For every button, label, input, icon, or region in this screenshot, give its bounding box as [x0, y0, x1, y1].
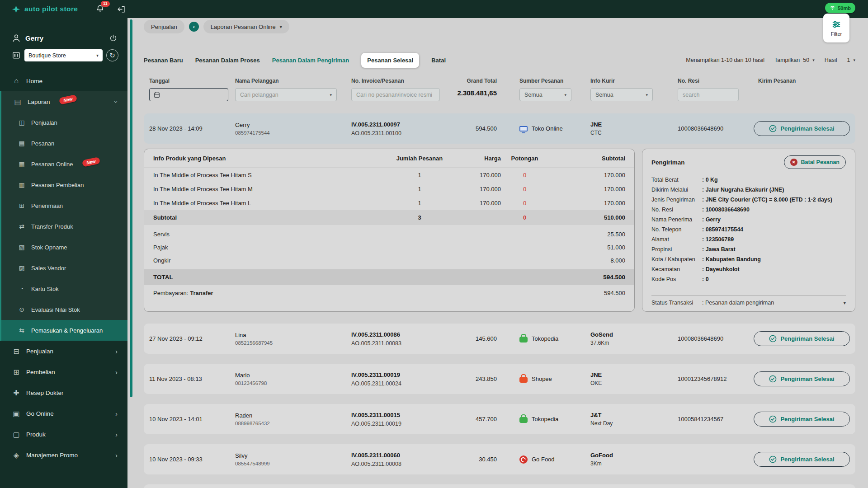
- customer-phone: 0852156687945: [235, 340, 346, 346]
- info-kurir-label: Info Kurir: [590, 77, 658, 84]
- refresh-icon: ↻: [109, 52, 115, 60]
- sidebar-subitem[interactable]: ▧ Stok Opname: [1, 237, 127, 258]
- new-badge: New: [81, 157, 100, 167]
- filter-label: Filter: [831, 31, 842, 37]
- tab[interactable]: Pesanan Baru: [144, 57, 183, 64]
- products-rows: In The Middle of Process Tee Hitam S 1 1…: [144, 168, 634, 210]
- status-transaksi-select[interactable]: Status Transaksi Pesanan dalam pengirima…: [651, 296, 846, 306]
- customer-name: Lina: [235, 332, 346, 338]
- chevron-right-icon: ›: [115, 452, 118, 459]
- logout-icon[interactable]: [117, 5, 126, 14]
- resep-dokter-icon: ✚: [12, 389, 21, 397]
- sidebar-subitem[interactable]: ▨ Sales Vendor: [1, 258, 127, 278]
- order-row[interactable]: 10 Nov 2023 - 14:01 Raden 088998765432 I…: [144, 404, 855, 434]
- sidebar-item[interactable]: ▢ Produk ›: [0, 424, 127, 445]
- tokopedia-icon: [519, 337, 528, 343]
- sidebar-item[interactable]: ▣ Go Online ›: [0, 403, 127, 424]
- breadcrumb-laporan-pesanan-online[interactable]: Laporan Pesanan Online ▾: [203, 20, 289, 33]
- tab[interactable]: Batal: [431, 57, 446, 64]
- order-row[interactable]: 10 Nov 2023 - 09:33 Silvy 085547548999 I…: [144, 444, 855, 474]
- sidebar-subitem[interactable]: ⇆ Pemasukan & Pengeluaran: [1, 320, 127, 341]
- order-row-partial: [144, 484, 855, 488]
- results-bar: Menampilkan 1-10 dari 10 hasil Tampilkan…: [686, 57, 855, 63]
- date-input[interactable]: [149, 88, 228, 101]
- shipping-field-value: Jawa Barat: [702, 244, 736, 254]
- sidebar-subitem[interactable]: ⊙ Evaluasi Nilai Stok: [1, 299, 127, 320]
- total-value: 594.500: [548, 274, 625, 281]
- sidebar-laporan-submenu: ◫ Penjualan ▤ Pesanan ▦ Pesanan Online N: [1, 112, 127, 341]
- grand-total-value: 2.308.481,65: [457, 89, 497, 97]
- sidebar-item-home[interactable]: ⌂ Home: [0, 70, 127, 91]
- sidebar-item-label: Go Online: [26, 410, 54, 417]
- resi-search-input[interactable]: [678, 88, 739, 101]
- breadcrumb-penjualan[interactable]: Penjualan: [144, 20, 184, 33]
- sidebar-subitem[interactable]: ▥ Pesanan Pembelian: [1, 174, 127, 195]
- pengiriman-selesai-button[interactable]: Pengiriman Selesai: [754, 412, 850, 427]
- sidebar-item[interactable]: ✚ Resep Dokter: [0, 382, 127, 403]
- pengiriman-selesai-button[interactable]: Pengiriman Selesai: [754, 371, 850, 386]
- customer-phone: 08123456798: [235, 380, 346, 386]
- tracking-number: 100012345678912: [658, 375, 748, 382]
- breadcrumb-arrow-icon: ›: [189, 22, 199, 32]
- tab[interactable]: Pesanan Selesai: [361, 53, 419, 68]
- courier-select[interactable]: Semua ▾: [590, 88, 653, 101]
- batal-pesanan-button[interactable]: ✕ Batal Pesanan: [784, 155, 846, 169]
- customer-select[interactable]: Cari pelanggan ▾: [235, 88, 337, 101]
- sidebar-subitem[interactable]: ▦ Pesanan Online New: [1, 154, 127, 174]
- filter-button[interactable]: Filter: [823, 14, 849, 42]
- sidebar-item-label: Produk: [26, 431, 46, 438]
- refresh-button[interactable]: ↻: [106, 49, 118, 61]
- pengiriman-selesai-label: Pengiriman Selesai: [780, 335, 834, 342]
- sidebar-item[interactable]: ◈ Manajemen Promo ›: [0, 445, 127, 465]
- pengiriman-selesai-button[interactable]: Pengiriman Selesai: [754, 331, 850, 346]
- tab[interactable]: Pesanan Dalam Proses: [195, 57, 260, 64]
- order-products-card: Info Produk yang Dipesan Jumlah Pesanan …: [144, 149, 635, 312]
- page-label: Hasil: [825, 57, 837, 63]
- sidebar-item[interactable]: ⊞ Pembelian ›: [0, 361, 127, 382]
- chevron-down-icon: ▾: [96, 53, 99, 58]
- product-qty: 1: [392, 200, 447, 206]
- store-icon: [12, 51, 21, 60]
- sidebar-subitem[interactable]: ▤ Pesanan: [1, 133, 127, 154]
- tab[interactable]: Pesanan Dalam Pengiriman: [272, 57, 349, 64]
- sidebar-subitem[interactable]: ⇄ Transfer Produk: [1, 216, 127, 237]
- notifications-button[interactable]: 11: [96, 4, 104, 14]
- shipping-field-label: Total Berat: [651, 175, 702, 185]
- breadcrumb-label: Laporan Pesanan Online: [211, 23, 276, 30]
- order-row-selected[interactable]: 28 Nov 2023 - 14:09 Gerry 085974175544 I…: [144, 113, 855, 144]
- shipping-field: No. Telepon 085974175544: [651, 225, 846, 235]
- order-number: AO.005.2311.00019: [351, 421, 445, 427]
- payment-label: Pembayaran:: [153, 290, 188, 296]
- sidebar-menu-bottom: ⊟ Penjualan › ⊞ Pembelian › ✚ Resep Dokt…: [0, 341, 127, 465]
- order-row[interactable]: 27 Nov 2023 - 09:12 Lina 0852156687945 I…: [144, 324, 855, 354]
- brand[interactable]: auto pilot store: [12, 5, 78, 14]
- chevron-down-icon: ▾: [280, 24, 282, 29]
- shipping-field-label: Alamat: [651, 235, 702, 244]
- col-discount: Potongan: [501, 155, 548, 162]
- store-selector[interactable]: Boutique Store ▾: [24, 49, 103, 61]
- customer-select-placeholder: Cari pelanggan: [240, 92, 278, 98]
- user-row: Gerry: [0, 18, 127, 42]
- sidebar-subitem-label: Kartu Stok: [31, 286, 59, 292]
- order-source: Toko Online: [532, 125, 563, 132]
- logout-power-button[interactable]: [109, 34, 118, 42]
- pengiriman-selesai-button[interactable]: Pengiriman Selesai: [754, 121, 850, 136]
- sidebar-subitem[interactable]: ⊞ Penerimaan: [1, 195, 127, 216]
- pengiriman-selesai-button[interactable]: Pengiriman Selesai: [754, 452, 850, 467]
- scrollbar-thumb[interactable]: [130, 19, 132, 397]
- sales-vendor-report-icon: ▨: [18, 264, 26, 272]
- invoice-search-input[interactable]: [351, 88, 440, 101]
- product-row: In The Middle of Process Tee Hitam S 1 1…: [144, 168, 634, 182]
- sidebar-subitem[interactable]: ◫ Penjualan: [1, 112, 127, 133]
- sidebar-item[interactable]: ⊟ Penjualan ›: [0, 341, 127, 361]
- order-row[interactable]: 11 Nov 2023 - 08:13 Mario 08123456798 IV…: [144, 364, 855, 394]
- filter-row: Tanggal Nama Pelanggan Cari pelanggan ▾ …: [144, 77, 855, 101]
- per-page-select[interactable]: Tampilkan 50 ▾: [774, 57, 815, 63]
- page-select[interactable]: 1 ▾: [847, 57, 855, 63]
- source-select[interactable]: Semua ▾: [519, 88, 571, 101]
- connection-badge-label: 50mb: [838, 5, 851, 11]
- chevron-right-icon: ›: [115, 410, 118, 417]
- sidebar-item-laporan[interactable]: ▤ Laporan New ›: [1, 91, 127, 112]
- order-number: AO.005.2311.00083: [351, 340, 445, 347]
- sidebar-subitem[interactable]: ◔ Kartu Stok: [1, 278, 127, 299]
